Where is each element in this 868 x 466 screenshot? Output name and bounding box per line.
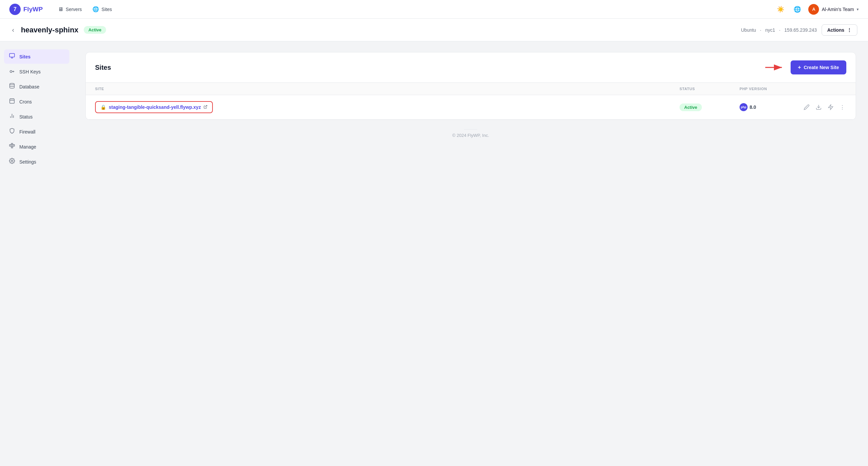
help-icon: 🌐: [794, 6, 801, 13]
plus-icon: +: [798, 64, 801, 70]
vertical-dots-icon: ⋮: [840, 104, 845, 111]
svg-line-16: [205, 105, 207, 107]
sidebar-item-status[interactable]: Status: [4, 110, 69, 124]
database-icon: [9, 83, 16, 90]
table-row: 🔒 staging-tangible-quicksand-yell.flywp.…: [86, 95, 856, 119]
sidebar-item-label: Database: [19, 84, 39, 89]
sidebar-item-ssh-keys[interactable]: SSH Keys: [4, 64, 69, 79]
svg-rect-0: [10, 53, 15, 57]
row-actions: ⋮: [806, 103, 846, 112]
sidebar-item-label: Manage: [19, 144, 36, 150]
svg-rect-5: [10, 99, 14, 104]
svg-rect-10: [13, 145, 15, 146]
sidebar-item-manage[interactable]: Manage: [4, 140, 69, 154]
sidebar-item-label: Crons: [19, 99, 32, 105]
sidebar-item-label: Status: [19, 114, 33, 119]
header-right: Ubuntu · nyc1 · 159.65.239.243 Actions ⋮: [740, 24, 857, 36]
site-status-cell: Active: [680, 104, 740, 111]
arrow-indicator: [765, 63, 785, 72]
main-content: Sites + Cr: [73, 41, 868, 466]
footer: © 2024 FlyWP, Inc.: [85, 120, 856, 147]
lightning-button[interactable]: [826, 103, 835, 112]
sidebar-item-firewall[interactable]: Firewall: [4, 124, 69, 139]
php-version-cell: php 8.0: [740, 103, 806, 111]
team-menu-button[interactable]: A Al-Amin's Team ▾: [808, 4, 859, 15]
col-site: SITE: [95, 87, 680, 91]
firewall-icon: [9, 128, 16, 136]
page-header: ‹ heavenly-sphinx Active Ubuntu · nyc1 ·…: [0, 19, 868, 41]
table-header: SITE STATUS PHP VERSION: [86, 83, 856, 95]
settings-icon: [9, 158, 16, 166]
sites-icon: [9, 53, 16, 60]
status-icon: [9, 113, 16, 120]
col-status: STATUS: [680, 87, 740, 91]
page-title: heavenly-sphinx: [21, 26, 79, 34]
svg-point-13: [11, 160, 13, 162]
chevron-down-icon: ▾: [857, 7, 859, 12]
svg-rect-12: [11, 144, 13, 145]
nav-links: 🖥 Servers 🌐 Sites: [53, 4, 117, 15]
sidebar-item-database[interactable]: Database: [4, 80, 69, 94]
back-button[interactable]: ‹: [11, 25, 16, 35]
sidebar-item-label: Settings: [19, 159, 36, 165]
sidebar: Sites SSH Keys Database Crons Status: [0, 41, 73, 466]
actions-button[interactable]: Actions ⋮: [822, 24, 857, 36]
nav-sites[interactable]: 🌐 Sites: [88, 4, 117, 15]
server-info: Ubuntu · nyc1 · 159.65.239.243: [740, 27, 818, 33]
logo-badge: 7: [9, 4, 21, 15]
ssh-key-icon: [9, 68, 16, 76]
svg-marker-18: [828, 105, 833, 110]
svg-rect-11: [11, 147, 13, 148]
manage-icon: [9, 143, 16, 150]
help-button[interactable]: 🌐: [792, 4, 803, 15]
team-name: Al-Amin's Team: [822, 7, 854, 12]
col-php-version: PHP VERSION: [740, 87, 806, 91]
globe-icon: 🌐: [92, 6, 99, 12]
card-header-right: + Create New Site: [765, 60, 846, 75]
more-icon: ⋮: [847, 27, 851, 33]
nav-right: ☀️ 🌐 A Al-Amin's Team ▾: [775, 4, 859, 15]
arrow-svg: [765, 63, 785, 72]
sidebar-item-sites[interactable]: Sites: [4, 50, 69, 64]
nav-servers[interactable]: 🖥 Servers: [53, 4, 86, 15]
logo[interactable]: 7 FlyWP: [9, 4, 43, 15]
site-url-link[interactable]: staging-tangible-quicksand-yell.flywp.xy…: [109, 105, 201, 110]
sidebar-item-label: SSH Keys: [19, 69, 41, 75]
site-link-wrapper[interactable]: 🔒 staging-tangible-quicksand-yell.flywp.…: [95, 101, 213, 113]
create-new-site-button[interactable]: + Create New Site: [790, 60, 846, 75]
card-header: Sites + Cr: [86, 52, 856, 83]
svg-point-3: [10, 70, 12, 72]
sidebar-item-crons[interactable]: Crons: [4, 94, 69, 109]
svg-rect-9: [10, 145, 11, 146]
push-to-staging-button[interactable]: [802, 103, 811, 112]
server-icon: 🖥: [58, 6, 63, 12]
php-icon: php: [740, 103, 748, 111]
card-title: Sites: [95, 64, 111, 71]
sites-card: Sites + Cr: [85, 52, 856, 120]
site-link-cell: 🔒 staging-tangible-quicksand-yell.flywp.…: [95, 101, 680, 113]
crons-icon: [9, 98, 16, 106]
lock-icon: 🔒: [100, 105, 106, 110]
sidebar-item-label: Firewall: [19, 129, 35, 135]
sidebar-item-label: Sites: [19, 54, 30, 59]
sidebar-item-settings[interactable]: Settings: [4, 154, 69, 169]
active-badge: Active: [680, 104, 702, 111]
logo-text: FlyWP: [23, 6, 43, 13]
external-link-icon: [204, 105, 208, 110]
sun-icon: ☀️: [777, 6, 784, 13]
more-options-button[interactable]: ⋮: [838, 103, 846, 112]
copyright: © 2024 FlyWP, Inc.: [452, 133, 489, 138]
svg-point-4: [10, 83, 14, 85]
top-navigation: 7 FlyWP 🖥 Servers 🌐 Sites ☀️ 🌐 A Al-Amin…: [0, 0, 868, 19]
arrow-left-icon: ‹: [12, 26, 14, 34]
footer-divider: [464, 129, 477, 129]
layout: Sites SSH Keys Database Crons Status: [0, 41, 868, 466]
col-actions: [806, 87, 846, 91]
status-badge: Active: [84, 26, 106, 34]
theme-toggle-button[interactable]: ☀️: [775, 4, 786, 15]
team-avatar: A: [808, 4, 819, 15]
download-button[interactable]: [814, 103, 823, 112]
